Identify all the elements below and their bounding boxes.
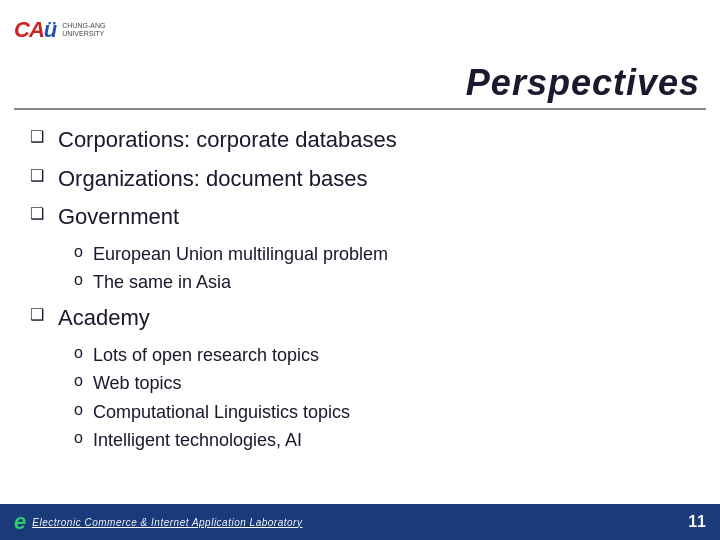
footer: e Electronic Commerce & Internet Applica… (0, 504, 720, 540)
bullet-text-3: Government (58, 203, 179, 232)
sub-text: Web topics (93, 371, 182, 395)
sub-text: Computational Linguistics topics (93, 400, 350, 424)
sub-text: Lots of open research topics (93, 343, 319, 367)
sub-text: The same in Asia (93, 270, 231, 294)
bullet-text-2: Organizations: document bases (58, 165, 367, 194)
list-item: o Intelligent technologies, AI (74, 428, 690, 452)
sub-bullet-icon: o (74, 372, 83, 390)
bullet-icon-4: ❑ (30, 305, 44, 324)
bullet-text-1: Corporations: corporate databases (58, 126, 397, 155)
list-item: o The same in Asia (74, 270, 690, 294)
list-item: o Web topics (74, 371, 690, 395)
footer-e-icon: e (14, 509, 26, 535)
footer-page-number: 11 (688, 513, 706, 531)
list-item: ❑ Corporations: corporate databases (30, 126, 690, 155)
list-item: o Computational Linguistics topics (74, 400, 690, 424)
title-area: Perspectives (0, 52, 720, 108)
sub-bullet-icon: o (74, 271, 83, 289)
sub-bullet-icon: o (74, 401, 83, 419)
sub-text: Intelligent technologies, AI (93, 428, 302, 452)
page-title: Perspectives (0, 62, 700, 104)
list-item: o European Union multilingual problem (74, 242, 690, 266)
sub-text: European Union multilingual problem (93, 242, 388, 266)
bullet-icon-1: ❑ (30, 127, 44, 146)
sub-bullet-icon: o (74, 429, 83, 447)
sub-bullet-icon: o (74, 243, 83, 261)
bullet-icon-2: ❑ (30, 166, 44, 185)
sub-items-government: o European Union multilingual problem o … (74, 242, 690, 295)
list-item: ❑ Government (30, 203, 690, 232)
content-area: ❑ Corporations: corporate databases ❑ Or… (0, 110, 720, 472)
logo-cai: CAü (14, 17, 56, 43)
bullet-icon-3: ❑ (30, 204, 44, 223)
sub-items-academy: o Lots of open research topics o Web top… (74, 343, 690, 452)
footer-lab-name: Electronic Commerce & Internet Applicati… (32, 517, 302, 528)
footer-logo: e Electronic Commerce & Internet Applica… (14, 509, 302, 535)
list-item: o Lots of open research topics (74, 343, 690, 367)
sub-bullet-icon: o (74, 344, 83, 362)
list-item: ❑ Academy (30, 304, 690, 333)
logo-subtitle: CHUNG-ANG UNIVERSITY (62, 22, 142, 39)
logo: CAü CHUNG-ANG UNIVERSITY (14, 17, 142, 43)
bullet-text-4: Academy (58, 304, 150, 333)
list-item: ❑ Organizations: document bases (30, 165, 690, 194)
header: CAü CHUNG-ANG UNIVERSITY (0, 0, 720, 52)
